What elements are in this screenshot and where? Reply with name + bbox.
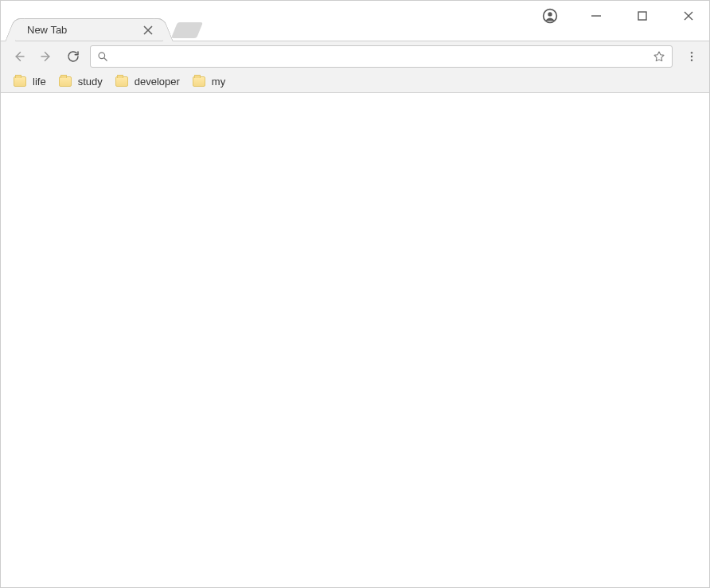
bookmark-folder-my[interactable]: my: [193, 76, 225, 88]
close-window-button[interactable]: [673, 4, 704, 28]
page-content: [1, 93, 709, 587]
close-icon: [682, 10, 695, 22]
folder-icon: [115, 76, 128, 87]
bookmark-folder-life[interactable]: life: [14, 76, 46, 88]
folder-icon: [59, 76, 72, 87]
reload-button[interactable]: [63, 46, 84, 67]
bookmarks-bar: life study developer my: [1, 71, 709, 93]
address-bar[interactable]: [90, 45, 673, 68]
maximize-button[interactable]: [626, 4, 658, 28]
bookmark-label: study: [78, 76, 103, 88]
star-icon: [653, 50, 665, 63]
tab-strip-row: New Tab: [1, 1, 709, 41]
svg-rect-3: [638, 12, 646, 20]
svg-line-7: [104, 57, 107, 60]
toolbar: [1, 41, 709, 71]
arrow-left-icon: [12, 49, 26, 64]
tab-title: New Tab: [27, 24, 142, 36]
bookmark-label: life: [33, 76, 46, 88]
bookmark-folder-developer[interactable]: developer: [115, 76, 180, 88]
new-tab-button[interactable]: [171, 22, 203, 38]
bookmark-label: developer: [135, 76, 180, 88]
bookmark-star-button[interactable]: [653, 50, 665, 63]
svg-point-9: [691, 55, 692, 56]
svg-point-10: [691, 59, 692, 60]
minimize-button[interactable]: [580, 4, 612, 28]
kebab-icon: [685, 50, 698, 63]
bookmark-folder-study[interactable]: study: [59, 76, 103, 88]
arrow-right-icon: [39, 49, 53, 64]
close-icon: [142, 24, 154, 37]
browser-window: New Tab: [0, 0, 710, 588]
search-icon: [97, 51, 108, 62]
bookmark-label: my: [212, 76, 225, 88]
profile-button[interactable]: [534, 4, 566, 28]
svg-point-8: [691, 52, 692, 53]
close-tab-button[interactable]: [142, 24, 154, 37]
back-button[interactable]: [9, 46, 29, 67]
reload-icon: [66, 49, 80, 64]
window-controls: [534, 4, 704, 28]
folder-icon: [193, 76, 205, 87]
address-input[interactable]: [115, 50, 646, 62]
user-icon: [542, 8, 558, 24]
menu-button[interactable]: [682, 46, 701, 67]
maximize-icon: [636, 10, 649, 22]
tab-active[interactable]: New Tab: [15, 18, 163, 41]
svg-point-1: [548, 12, 552, 16]
minimize-icon: [590, 10, 603, 22]
folder-icon: [14, 76, 26, 87]
forward-button[interactable]: [36, 46, 57, 67]
